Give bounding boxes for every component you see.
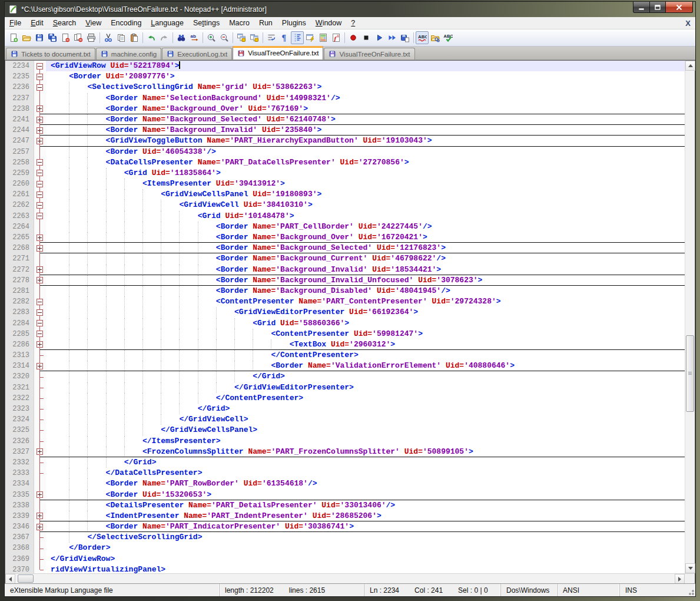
fold-margin[interactable] (34, 222, 46, 232)
code-editor[interactable]: 2234<GridViewRow Uid='52217894'>2235<Bor… (5, 61, 685, 573)
code-text[interactable]: <Border Uid='20897776'> (46, 71, 685, 82)
fold-margin[interactable] (34, 361, 46, 371)
fold-collapse-icon[interactable] (37, 299, 43, 305)
code-line-2281[interactable]: 2281<Border Name='Background_Disabled' U… (5, 286, 685, 296)
code-line-2323[interactable]: 2323</Grid> (5, 404, 685, 414)
code-text[interactable]: ridViewVirtualizingPanel> (46, 564, 685, 573)
paste-button[interactable] (128, 31, 141, 44)
code-text[interactable]: </ContentPresenter> (46, 350, 685, 361)
close-button[interactable] (666, 2, 693, 13)
spell-check-button[interactable]: ABC (416, 31, 429, 44)
code-text[interactable]: </Grid> (46, 371, 685, 382)
fold-collapse-icon[interactable] (37, 170, 43, 176)
code-line-2234[interactable]: 2234<GridViewRow Uid='52217894'> (5, 61, 685, 71)
code-text[interactable]: <GridViewToggleButton Name='PART_Hierarc… (46, 136, 685, 146)
code-line-2241[interactable]: 2241<Border Name='Background_Selected' U… (5, 114, 685, 125)
code-text[interactable]: <GridViewEditorPresenter Uid='66192364'> (46, 307, 685, 318)
tab-4-visualtreeonfailure-txt[interactable]: VisualTreeOnFailure.txt (233, 46, 323, 60)
fold-expand-icon[interactable] (37, 363, 43, 369)
code-text[interactable]: <Border Name='Background_Invalid' Uid='2… (46, 125, 685, 136)
code-text[interactable]: </ContentPresenter> (46, 393, 685, 404)
code-text[interactable]: <Border Uid='15320653'> (46, 490, 685, 500)
new-file-button[interactable] (7, 31, 20, 44)
code-text[interactable]: <Border Uid='46054338'/> (46, 147, 685, 157)
code-text[interactable]: <GridViewCell Uid='38410310'> (46, 200, 685, 210)
fold-collapse-icon[interactable] (37, 309, 43, 316)
fold-margin[interactable] (34, 286, 46, 296)
scroll-up-button[interactable] (685, 61, 695, 71)
code-line-2326[interactable]: 2326</ItemsPresenter> (5, 436, 685, 447)
code-line-2262[interactable]: 2262<GridViewCell Uid='38410310'> (5, 200, 685, 210)
close-all-button[interactable] (72, 31, 85, 44)
code-line-2264[interactable]: 2264<Border Name='PART_CellBorder' Uid='… (5, 222, 685, 232)
macro-record-button[interactable] (347, 31, 360, 44)
zoom-in-button[interactable] (205, 31, 218, 44)
code-line-2334[interactable]: 2334<Border Name='PART_RowBorder' Uid='6… (5, 478, 685, 489)
code-line-2263[interactable]: 2263<Grid Uid='10148478'> (5, 211, 685, 222)
fold-margin[interactable] (34, 296, 46, 307)
fold-expand-icon[interactable] (37, 235, 43, 241)
status-typing-mode[interactable]: INS (620, 584, 695, 596)
code-line-2235[interactable]: 2235<Border Uid='20897776'> (5, 71, 685, 82)
code-text[interactable]: <TextBox Uid='2960312'> (46, 339, 685, 350)
function-list-button[interactable]: f (330, 31, 343, 44)
code-text[interactable]: </SelectiveScrollingGrid> (46, 532, 685, 543)
code-text[interactable]: <GridViewCellsPanel Uid='19180893'> (46, 189, 685, 200)
close-document-x-button[interactable]: X (685, 19, 691, 28)
code-text[interactable]: </GridViewRow> (46, 554, 685, 564)
code-line-2260[interactable]: 2260<ItemsPresenter Uid='39413912'> (5, 179, 685, 189)
code-line-2325[interactable]: 2325</GridViewCellsPanel> (5, 425, 685, 435)
fold-margin[interactable] (34, 232, 46, 243)
code-line-2261[interactable]: 2261<GridViewCellsPanel Uid='19180893'> (5, 189, 685, 200)
indent-guide-button[interactable] (291, 31, 304, 44)
scroll-right-button[interactable] (675, 574, 685, 584)
copy-button[interactable] (115, 31, 128, 44)
code-text[interactable]: </GridViewEditorPresenter> (46, 382, 685, 393)
fold-margin[interactable] (34, 71, 46, 82)
code-line-2320[interactable]: 2320</Grid> (5, 371, 685, 382)
vertical-scrollbar[interactable] (685, 61, 695, 573)
fold-collapse-icon[interactable] (37, 320, 43, 326)
code-text[interactable]: <Border Name='PART_RowBorder' Uid='61354… (46, 478, 685, 489)
fold-margin[interactable] (34, 329, 46, 339)
code-text[interactable]: <IndentPresenter Name='PART_IndentPresen… (46, 511, 685, 521)
fold-collapse-icon[interactable] (37, 191, 43, 198)
menu-encoding[interactable]: Encoding (106, 18, 146, 28)
code-line-2367[interactable]: 2367</SelectiveScrollingGrid> (5, 532, 685, 543)
code-text[interactable]: <Border Name='SelectionBackground' Uid='… (46, 93, 685, 104)
code-line-2339[interactable]: 2339<IndentPresenter Name='PART_IndentPr… (5, 511, 685, 521)
code-line-2346[interactable]: 2346<Border Name='PART_IndicatorPresente… (5, 521, 685, 532)
fold-margin[interactable] (34, 350, 46, 361)
fold-margin[interactable] (34, 211, 46, 222)
code-line-2369[interactable]: 2369</GridViewRow> (5, 554, 685, 564)
fold-expand-icon[interactable] (37, 138, 43, 144)
code-text[interactable]: <Border Name='PART_IndicatorPresenter' U… (46, 521, 685, 532)
document-map-button[interactable] (317, 31, 330, 44)
fold-margin[interactable] (34, 82, 46, 93)
fold-margin[interactable] (34, 500, 46, 511)
code-line-2238[interactable]: 2238<Border Name='Background_Over' Uid='… (5, 104, 685, 114)
fold-margin[interactable] (34, 104, 46, 114)
fold-margin[interactable] (34, 447, 46, 457)
vertical-scrollbar-thumb[interactable] (686, 335, 694, 412)
code-text[interactable]: <Border Name='PART_CellBorder' Uid='2422… (46, 222, 685, 232)
code-line-2283[interactable]: 2283<GridViewEditorPresenter Uid='661923… (5, 307, 685, 318)
code-text[interactable]: </DataCellsPresenter> (46, 468, 685, 478)
fold-margin[interactable] (34, 393, 46, 404)
fold-margin[interactable] (34, 554, 46, 564)
horizontal-scrollbar-thumb[interactable] (18, 574, 34, 583)
code-line-2335[interactable]: 2335<Border Uid='15320653'> (5, 490, 685, 500)
menu-file[interactable]: File (5, 18, 26, 28)
code-line-2370[interactable]: 2370ridViewVirtualizingPanel> (5, 564, 685, 573)
code-line-2247[interactable]: 2247<GridViewToggleButton Name='PART_Hie… (5, 136, 685, 146)
code-line-2322[interactable]: 2322</ContentPresenter> (5, 393, 685, 404)
fold-margin[interactable] (34, 200, 46, 210)
code-line-2265[interactable]: 2265<Border Name='Background_Over' Uid='… (5, 232, 685, 243)
code-text[interactable]: </GridViewCellsPanel> (46, 425, 685, 435)
code-line-2268[interactable]: 2268<Border Name='Background_Selected' U… (5, 243, 685, 253)
fold-margin[interactable] (34, 457, 46, 468)
fold-collapse-icon[interactable] (37, 331, 43, 337)
code-text[interactable]: <DetailsPresenter Name='PART_DetailsPres… (46, 500, 685, 511)
fold-margin[interactable] (34, 318, 46, 329)
fold-margin[interactable] (34, 265, 46, 275)
